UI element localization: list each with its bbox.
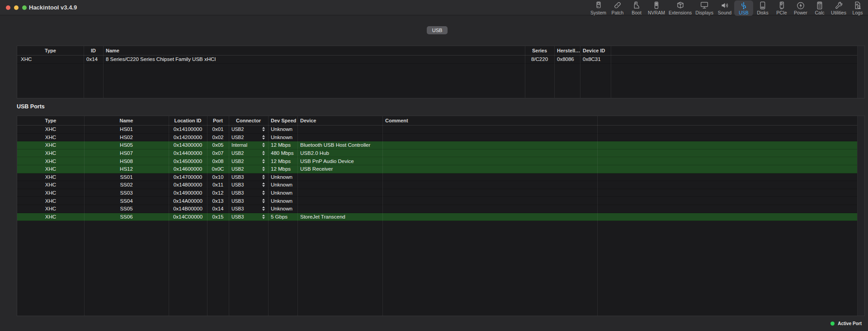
toolbar-item-boot[interactable]: Boot [627,0,646,16]
column-header-series[interactable]: Series [525,48,554,53]
usb-port-row[interactable]: XHCSS010x147000000x10USB3Unknown [17,173,857,182]
cell-port: 0x11 [207,182,229,187]
window-controls [6,5,27,10]
toolbar-item-utilities[interactable]: Utilities [829,0,848,16]
connector-select[interactable]: USB3 [229,214,268,219]
cell-dev-speed: 12 Mbps [268,166,297,172]
toolbar-item-label: USB [739,10,749,15]
close-button[interactable] [6,5,10,10]
usb-port-row[interactable]: XHCSS020x148000000x11USB3Unknown [17,181,857,189]
updown-chevron-icon [262,206,265,211]
usb-port-row[interactable]: XHCHS070x144000000x07USB2480 MbpsUSB2.0 … [17,149,857,158]
usb-port-row[interactable]: XHCHS120x146000000x0CUSB212 MbpsUSB Rece… [17,165,857,173]
usb-port-row[interactable]: XHCHS080x145000000x08USB212 MbpsUSB PnP … [17,157,857,165]
connector-select[interactable]: USB3 [229,198,268,204]
window-title: Hackintool v3.4.9 [29,4,77,11]
connector-select[interactable]: Internal [229,142,268,148]
column-divider [84,116,85,316]
column-header-id[interactable]: ID [84,48,103,53]
updown-chevron-icon [262,143,265,147]
column-header-name[interactable]: Name [103,48,525,53]
usb-port-row[interactable]: XHCSS060x14C000000x15USB35 GbpsStoreJet … [17,213,857,221]
column-divider [580,46,580,98]
toolbar-item-nvram[interactable]: NVRAM [646,0,667,16]
toolbar-item-pcie[interactable]: PCIe [772,0,791,16]
cell-port: 0x13 [207,198,229,204]
connector-value: USB3 [231,190,244,196]
toolbar-item-label: PCIe [776,10,787,15]
column-header-port[interactable]: Port [207,118,229,123]
minimize-button[interactable] [14,5,19,10]
column-divider [525,46,525,98]
column-header-location-id[interactable]: Location ID [169,118,207,123]
usb-port-row[interactable]: XHCSS030x149000000x12USB3Unknown [17,189,857,197]
toolbar-item-sound[interactable]: Sound [715,0,734,16]
column-header-type[interactable]: Type [17,48,84,53]
active-port-legend: Active Port [830,321,862,326]
column-header-device[interactable]: Device [297,118,382,123]
toolbar-item-system[interactable]: System [589,0,608,16]
column-header-hersteller[interactable]: Herstell… [554,48,580,53]
usb-port-row[interactable]: XHCSS040x14A000000x13USB3Unknown [17,197,857,205]
column-header-device-id[interactable]: Device ID [580,48,611,53]
cell-name: SS03 [84,190,169,196]
connector-select[interactable]: USB3 [229,182,268,187]
column-header-name[interactable]: Name [84,118,169,123]
usb-tab-button[interactable]: USB [427,26,448,34]
toolbar-item-patch[interactable]: Patch [608,0,627,16]
usb-port-row[interactable]: XHCHS010x141000000x01USB2Unknown [17,126,857,134]
toolbar-item-calc[interactable]: Calc [810,0,829,16]
updown-chevron-icon [262,127,265,131]
cell-dev-speed: Unknown [268,135,297,140]
connector-select[interactable]: USB3 [229,174,268,180]
zoom-button[interactable] [22,5,27,10]
cell-type: XHC [17,190,84,196]
updown-chevron-icon [262,135,265,140]
usb-port-row[interactable]: XHCHS050x143000000x05Internal12 MbpsBlue… [17,141,857,149]
cell-dev-speed: Unknown [268,182,297,187]
toolbar-item-disks[interactable]: Disks [753,0,772,16]
extensions-icon [675,1,685,10]
cell-name: SS01 [84,174,169,180]
connector-value: Internal [231,142,247,148]
connector-select[interactable]: USB2 [229,166,268,172]
cell-dev-speed: Unknown [268,126,297,132]
connector-select[interactable]: USB3 [229,206,268,211]
cell-name: SS04 [84,198,169,204]
connector-select[interactable]: USB2 [229,159,268,164]
toolbar-item-logs[interactable]: Logs [848,0,867,16]
column-divider [103,46,104,98]
toolbar-item-power[interactable]: Power [791,0,810,16]
toolbar-item-usb[interactable]: USB [734,0,753,16]
column-header-comment[interactable]: Comment [382,118,597,123]
column-header-type[interactable]: Type [17,118,84,123]
toolbar-item-extensions[interactable]: Extensions [667,0,693,16]
controllers-table-header: Type ID Name Series Herstell… Device ID [17,46,857,56]
utilities-icon [834,1,844,10]
column-header-connector[interactable]: Connector [229,118,268,123]
cell-port: 0x02 [207,135,229,140]
toolbar-item-displays[interactable]: Displays [693,0,715,16]
cell-location-id: 0x14300000 [169,142,207,148]
controller-row[interactable]: XHC0x148 Series/C220 Series Chipset Fami… [17,56,857,64]
displays-icon [699,1,709,10]
patch-icon [613,1,623,10]
scrollbar-track[interactable] [857,46,864,98]
connector-select[interactable]: USB2 [229,126,268,132]
nvram-icon [651,1,661,10]
connector-select[interactable]: USB2 [229,135,268,140]
cell-device: Bluetooth USB Host Controller [297,142,382,148]
system-icon [594,1,604,10]
connector-select[interactable]: USB3 [229,190,268,196]
cell-location-id: 0x14600000 [169,166,207,172]
scrollbar-track[interactable] [857,116,864,316]
cell-name: HS07 [84,150,169,156]
connector-select[interactable]: USB2 [229,150,268,156]
connector-value: USB3 [231,174,244,180]
cell-type: XHC [17,159,84,164]
column-header-dev-speed[interactable]: Dev Speed [268,118,297,123]
cell-type: XHC [17,174,84,180]
usb-ports-table: Type Name Location ID Port Connector Dev… [17,116,865,316]
usb-port-row[interactable]: XHCHS020x142000000x02USB2Unknown [17,134,857,142]
usb-port-row[interactable]: XHCSS050x14B000000x14USB3Unknown [17,205,857,213]
